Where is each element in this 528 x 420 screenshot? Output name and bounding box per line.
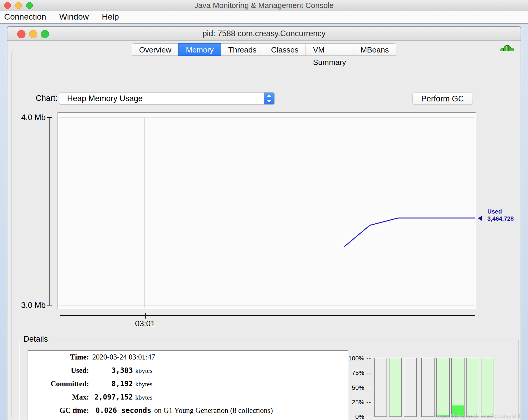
- details-row-label: Max:: [28, 393, 89, 402]
- y-axis-top-label: 4.0 Mb: [13, 113, 46, 122]
- percent-value: 0%: [355, 413, 364, 420]
- tab-classes[interactable]: Classes: [264, 43, 306, 56]
- heap-pool-bar-3: [404, 358, 417, 417]
- used-annotation: Used 3,464,728: [487, 208, 514, 222]
- y-axis-bottom-tick: [47, 305, 52, 306]
- committed-fill: [481, 358, 494, 416]
- memory-usage-chart: [58, 112, 476, 309]
- menu-item-connection[interactable]: Connection: [4, 12, 46, 22]
- used-memory-line: [58, 113, 475, 308]
- memory-tab-panel: Chart: Heap Memory Usage Perform GC 4.0 …: [11, 51, 519, 418]
- chart-combobox-label: Chart:: [31, 94, 58, 103]
- non-heap-pool-bar-1: [421, 358, 435, 417]
- percent-value: 50%: [352, 384, 364, 391]
- heap-pool-bar-1: [374, 358, 387, 417]
- outer-window-title: Java Monitoring & Management Console: [0, 0, 528, 11]
- details-row: Used:3,383kbytes: [28, 366, 348, 379]
- tab-memory[interactable]: Memory: [178, 43, 221, 56]
- tab-mbeans[interactable]: MBeans: [353, 43, 396, 56]
- tab-overview[interactable]: Overview: [132, 43, 179, 56]
- percent-value: 75%: [352, 369, 364, 376]
- chevron-up-down-icon[interactable]: [264, 93, 274, 104]
- menu-item-window[interactable]: Window: [59, 12, 89, 22]
- percent-tick-dashes: --: [366, 369, 371, 376]
- used-marker-icon: [478, 216, 482, 221]
- details-row-gc-generation: on G1 Young Generation (8 collections): [154, 406, 273, 415]
- details-row-unit: kbytes: [135, 380, 152, 389]
- desktop: Java Monitoring & Management Console Con…: [0, 0, 528, 420]
- committed-fill: [437, 358, 449, 416]
- percent-axis-label: 100%--: [327, 355, 371, 362]
- y-axis-line: [49, 117, 50, 305]
- outer-window-titlebar: Java Monitoring & Management Console: [0, 0, 528, 11]
- percent-tick-dashes: --: [366, 384, 371, 391]
- details-row-unit: kbytes: [135, 366, 152, 375]
- details-row-value: 2020-03-24 03:01:47: [92, 353, 155, 362]
- non-heap-pool-bar-5: [481, 358, 494, 417]
- details-row-gc-seconds: 0.026 seconds: [96, 406, 151, 415]
- menu-item-help[interactable]: Help: [102, 12, 119, 22]
- details-row: Time:2020-03-24 03:01:47: [28, 353, 348, 366]
- y-axis-bottom-label: 3.0 Mb: [13, 301, 46, 310]
- perform-gc-button[interactable]: Perform GC: [412, 93, 473, 105]
- percent-value: 100%: [348, 355, 364, 362]
- details-row: Committed:8,192kbytes: [28, 379, 348, 393]
- chart-combobox[interactable]: Heap Memory Usage: [59, 92, 275, 105]
- percent-axis-label: 25%--: [327, 399, 371, 406]
- details-panel: Time:2020-03-24 03:01:47Used:3,383kbytes…: [28, 350, 348, 420]
- committed-fill: [389, 358, 401, 416]
- committed-fill: [467, 358, 479, 416]
- details-row-label: GC time:: [28, 406, 89, 415]
- watermark: https://blog.csdn.net/creasylai19: [435, 413, 525, 419]
- percent-axis-label: 75%--: [327, 369, 371, 376]
- percent-tick-dashes: --: [366, 413, 371, 420]
- tab-bar: OverviewMemoryThreadsClassesVM SummaryMB…: [132, 43, 396, 56]
- menu-bar: ConnectionWindowHelp: [0, 11, 528, 24]
- percent-tick-dashes: --: [366, 399, 371, 406]
- used-annotation-value: 3,464,728: [487, 215, 514, 222]
- details-row: Max:2,097,152kbytes: [28, 393, 348, 406]
- y-axis-top-tick: [47, 117, 52, 118]
- details-legend: Details: [21, 335, 50, 344]
- tab-vm-summary[interactable]: VM Summary: [306, 43, 353, 56]
- chart-combobox-value: Heap Memory Usage: [67, 93, 143, 104]
- x-axis-tick-label: 03:01: [126, 319, 164, 328]
- app-window: pid: 7588 com.creasy.Concurrency Overvie…: [7, 26, 521, 420]
- percent-axis-label: 0%--: [327, 413, 371, 420]
- used-annotation-label: Used: [487, 208, 514, 215]
- non-heap-pool-bar-2: [436, 358, 450, 417]
- details-row-number: 3,383: [92, 366, 133, 375]
- app-window-titlebar: pid: 7588 com.creasy.Concurrency: [7, 27, 521, 41]
- details-row-label: Used:: [28, 366, 89, 375]
- details-row: GC time:0.026 secondson G1 Young Generat…: [28, 406, 348, 419]
- tab-threads[interactable]: Threads: [221, 43, 264, 56]
- percent-axis-label: 50%--: [327, 384, 371, 391]
- percent-tick-dashes: --: [366, 355, 371, 362]
- percent-value: 25%: [352, 399, 364, 406]
- x-axis-tick: [145, 313, 146, 319]
- non-heap-pool-bar-4: [466, 358, 479, 417]
- details-row-unit: kbytes: [135, 393, 152, 402]
- series-used: [344, 218, 475, 247]
- non-heap-pool-bar-3: [451, 358, 465, 417]
- x-axis-line: [60, 315, 475, 316]
- details-row-number: 8,192: [92, 379, 133, 388]
- app-window-title: pid: 7588 com.creasy.Concurrency: [7, 27, 521, 40]
- details-row-label: Time:: [28, 353, 89, 362]
- heap-pool-bar-2: [389, 358, 402, 417]
- details-row-number: 2,097,152: [92, 393, 133, 402]
- details-row-label: Committed:: [28, 379, 89, 388]
